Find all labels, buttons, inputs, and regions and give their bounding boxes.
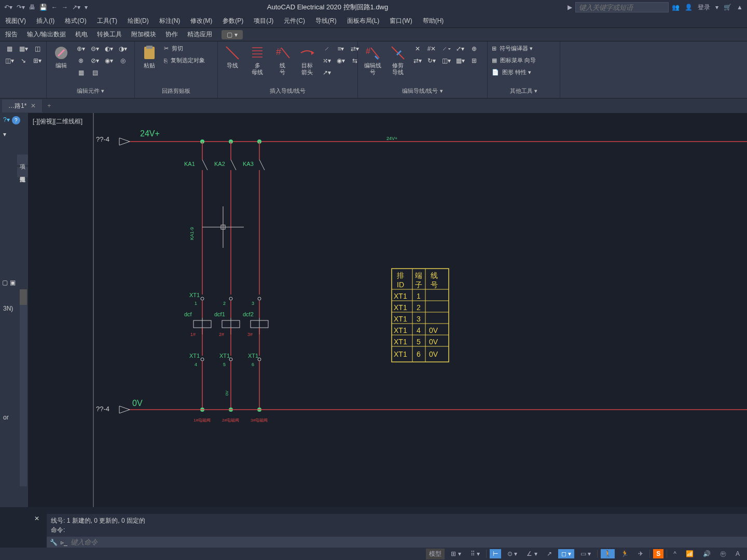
icon-btn[interactable]: ⊗ [75,55,87,66]
command-input[interactable] [71,538,744,546]
symbol-compiler-button[interactable]: ⊞符号编译器 ▾ [491,44,537,53]
community-icon[interactable]: 👥 [672,4,680,11]
tab-collab[interactable]: 协作 [165,30,178,39]
search-input[interactable] [575,2,669,12]
login-dropdown-icon[interactable]: ▾ [715,4,718,11]
icon-btn[interactable]: ◫▾ [440,55,452,66]
menu-tools[interactable]: 工具(T) [97,17,117,25]
help-circle-icon[interactable]: ? [12,116,20,124]
wireno-button[interactable]: # 线 号 [271,44,294,77]
menu-format[interactable]: 格式(O) [65,17,86,25]
icon-btn[interactable]: ▦ [3,44,16,54]
icon-btn[interactable]: ◫ [31,44,44,54]
icon-btn[interactable]: ▦ [75,67,87,78]
lwt-icon[interactable]: ▭ ▾ [577,549,594,558]
menu-modify[interactable]: 修改(M) [190,17,212,25]
icon-btn[interactable]: #✕ [425,44,438,54]
menu-window[interactable]: 窗口(W) [390,17,412,25]
polar-icon[interactable]: ⊙ ▾ [504,549,520,558]
panel-label[interactable]: 编辑元件 ▾ [50,86,131,96]
menu-insert[interactable]: 插入(I) [36,17,54,25]
icon-btn[interactable]: ⊕ [468,44,480,54]
doc-tab[interactable]: …路1* ✕ [2,100,42,113]
copy-button[interactable]: ⎘复制选定对象 [163,55,206,65]
nav-fwd-icon[interactable]: → [62,4,68,11]
icon-btn[interactable]: ◐▾ [103,44,115,54]
menu-view[interactable]: 视图(V) [5,17,26,25]
dwg-props-button[interactable]: 📄图形 特性 ▾ [491,67,537,77]
ime-icon[interactable]: S [653,549,663,558]
tab-io[interactable]: 输入/输出数据 [27,30,66,39]
icon-btn[interactable]: ⤢▾ [454,44,466,54]
menu-help[interactable]: 帮助(H) [423,17,444,25]
ortho-icon[interactable]: ⊢ [490,549,501,558]
tab-em[interactable]: 机电 [75,30,88,39]
icon-btn[interactable]: ⟋▾ [440,44,452,54]
tab-extra-icon[interactable]: ▢ ▾ [222,30,242,39]
edit-button[interactable]: 编辑 [50,44,73,70]
icon-btn[interactable]: ⤭▾ [321,55,333,66]
tab-featured[interactable]: 精选应用 [187,30,212,39]
scrollbar[interactable] [20,289,27,486]
icon-btn[interactable]: ⊞ [468,55,480,66]
viewport-label[interactable]: [-][俯视][二维线框] [33,117,82,126]
paste-button[interactable]: 粘贴 [138,44,161,70]
icon-btn[interactable]: ⟋ [321,44,333,54]
icon-btn[interactable]: ◉▾ [103,55,115,66]
icon-btn[interactable]: ▣ [10,279,16,286]
edit-wireno-button[interactable]: # 编辑线 号 [361,44,384,77]
icon-btn[interactable]: ▢ [2,279,8,286]
close-icon[interactable]: ✕ [31,102,36,109]
share-icon[interactable]: ↗▾ [72,4,80,11]
help-icon[interactable]: ▲ [737,4,743,11]
icon-btn[interactable]: ▤ [89,67,101,78]
help-small-icon[interactable]: ?▾ [3,116,10,124]
icon-btn[interactable]: ◑▾ [117,44,129,54]
icon-btn[interactable]: ≡▾ [335,44,347,54]
panel-label[interactable]: 其他工具 ▾ [491,86,557,96]
keyboard-icon[interactable]: A [732,549,743,558]
dropdown-icon[interactable]: ▾ [0,128,28,141]
menu-param[interactable]: 参数(P) [223,17,243,25]
tab-convert[interactable]: 转换工具 [97,30,122,39]
user-icon[interactable]: 👤 [685,4,693,11]
menu-wire[interactable]: 导线(R) [315,17,337,25]
icon-btn[interactable]: ▦▾ [454,55,466,66]
panel-label[interactable]: 编辑导线/线号 ▾ [361,86,484,96]
save-icon[interactable]: 💾 [39,4,47,11]
lang-icon[interactable]: ㊥ [717,549,729,559]
track-icon[interactable]: ↗ [544,549,555,558]
target-arrow-button[interactable]: 目标 箭头 [296,44,319,77]
sound-icon[interactable]: 🔊 [700,549,714,558]
wire-button[interactable]: 导线 [221,44,244,70]
cart-icon[interactable]: 🛒 [724,4,731,11]
menu-dim[interactable]: 标注(N) [159,17,181,25]
qat-more-icon[interactable]: ▾ [85,4,88,11]
trim-wire-button[interactable]: 修剪 导线 [386,44,409,77]
walk-icon[interactable]: 🚶 [601,549,615,558]
icon-btn[interactable]: ◎ [117,55,129,66]
icon-btn[interactable]: ⊖▾ [89,44,101,54]
icon-btn[interactable]: ⇄▾ [411,55,424,66]
tray-up-icon[interactable]: ^ [670,549,680,558]
icon-btn[interactable]: ⊘▾ [89,55,101,66]
osnap-icon[interactable]: ◻ ▾ [558,549,574,558]
snap-icon[interactable]: ⠿ ▾ [467,549,483,558]
undo-icon[interactable]: ↶▾ [4,4,12,11]
cmd-close-icon[interactable]: ✕ [34,515,39,522]
wifi-icon[interactable]: 📶 [683,549,697,558]
add-tab-button[interactable]: + [42,100,56,111]
cut-button[interactable]: ✂剪切 [163,44,206,53]
menu-panel[interactable]: 面板布局(L) [347,17,380,25]
icon-btn[interactable]: ↻▾ [425,55,438,66]
icon-btn[interactable]: ◫▾ [3,55,16,66]
tab-report[interactable]: 报告 [5,30,18,39]
redo-icon[interactable]: ↷▾ [17,4,25,11]
side-tab-project[interactable]: 项 [17,155,28,165]
icon-btn[interactable]: ✕ [411,44,424,54]
nav-back-icon[interactable]: ← [51,4,58,11]
icon-btn[interactable]: ↘ [17,55,30,66]
icon-btn[interactable]: ↗▾ [321,67,333,78]
cmd-config-icon[interactable]: 🔧 [50,539,58,546]
search-play-icon[interactable]: ▶ [568,4,572,11]
